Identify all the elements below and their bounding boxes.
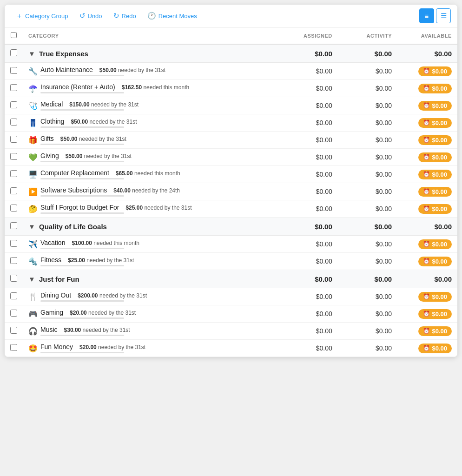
available-badge[interactable]: ⏰ $0.00 [418, 204, 452, 214]
cat-checkbox-0-5[interactable] [10, 153, 17, 160]
cat-activity[interactable]: $0.00 [338, 80, 397, 97]
cat-checkbox-0-4[interactable] [10, 136, 17, 143]
cat-name[interactable]: Insurance (Renter + Auto) [40, 83, 115, 91]
cat-assigned[interactable]: $0.00 [278, 166, 338, 183]
cat-assigned[interactable]: $0.00 [278, 253, 338, 270]
cat-activity[interactable]: $0.00 [338, 200, 397, 218]
available-badge[interactable]: ⏰ $0.00 [418, 344, 452, 353]
cat-checkbox-0-0[interactable] [10, 67, 17, 74]
cat-name[interactable]: Clothing [40, 118, 64, 125]
cat-name[interactable]: Auto Maintenance [40, 66, 93, 73]
cat-assigned[interactable]: $0.00 [278, 288, 338, 305]
cat-activity[interactable]: $0.00 [338, 183, 397, 200]
redo-button[interactable]: ↻ Redo [109, 9, 141, 22]
cat-assigned[interactable]: $0.00 [278, 340, 338, 357]
available-badge[interactable]: ⏰ $0.00 [418, 309, 452, 319]
cat-name[interactable]: Fitness [40, 256, 61, 264]
cat-assigned[interactable]: $0.00 [278, 63, 338, 80]
select-all-checkbox[interactable] [11, 32, 17, 38]
cat-name[interactable]: Dining Out [40, 291, 71, 299]
add-category-group-button[interactable]: ＋ Category Group [11, 9, 73, 23]
cat-activity[interactable]: $0.00 [338, 97, 397, 114]
group-chevron-icon[interactable]: ▼ [28, 223, 35, 231]
available-badge[interactable]: ⏰ $0.00 [418, 257, 452, 266]
list-view-button[interactable]: ☰ [436, 8, 451, 23]
group-activity[interactable]: $0.00 [338, 218, 397, 236]
cat-assigned[interactable]: $0.00 [278, 305, 338, 323]
cat-assigned[interactable]: $0.00 [278, 323, 338, 340]
available-badge[interactable]: ⏰ $0.00 [418, 152, 452, 162]
group-assigned[interactable]: $0.00 [278, 218, 338, 236]
available-badge[interactable]: ⏰ $0.00 [418, 84, 452, 93]
cat-activity[interactable]: $0.00 [338, 132, 397, 149]
available-badge[interactable]: ⏰ $0.00 [418, 118, 452, 128]
cat-assigned[interactable]: $0.00 [278, 80, 338, 97]
cat-checkbox-0-2[interactable] [10, 101, 17, 108]
cat-checkbox-2-2[interactable] [10, 327, 17, 334]
cat-name[interactable]: Fun Money [40, 343, 73, 350]
cat-assigned[interactable]: $0.00 [278, 97, 338, 114]
cat-activity[interactable]: $0.00 [338, 305, 397, 323]
available-badge[interactable]: ⏰ $0.00 [418, 101, 452, 111]
group-available[interactable]: $0.00 [397, 270, 457, 288]
group-chevron-icon[interactable]: ▼ [28, 50, 35, 58]
group-available[interactable]: $0.00 [397, 44, 457, 63]
group-checkbox-2[interactable] [10, 275, 17, 282]
group-activity[interactable]: $0.00 [338, 270, 397, 288]
cat-checkbox-2-1[interactable] [10, 310, 17, 317]
cat-name[interactable]: Giving [40, 152, 59, 159]
available-badge[interactable]: ⏰ $0.00 [418, 135, 452, 145]
cat-checkbox-0-1[interactable] [10, 84, 17, 91]
cat-name[interactable]: Gaming [40, 309, 63, 316]
cat-assigned[interactable]: $0.00 [278, 114, 338, 132]
group-chevron-icon[interactable]: ▼ [28, 275, 35, 283]
group-assigned[interactable]: $0.00 [278, 270, 338, 288]
cat-checkbox-1-0[interactable] [10, 240, 17, 247]
available-badge[interactable]: ⏰ $0.00 [418, 170, 452, 179]
cat-assigned[interactable]: $0.00 [278, 236, 338, 253]
group-activity[interactable]: $0.00 [338, 44, 397, 63]
group-assigned[interactable]: $0.00 [278, 44, 338, 63]
cat-name[interactable]: Vacation [40, 239, 65, 246]
cat-checkbox-0-7[interactable] [10, 187, 17, 194]
available-badge[interactable]: ⏰ $0.00 [418, 187, 452, 197]
cat-name[interactable]: Gifts [40, 135, 54, 142]
cat-activity[interactable]: $0.00 [338, 149, 397, 166]
compact-view-button[interactable]: ≡ [419, 8, 434, 23]
available-badge[interactable]: ⏰ $0.00 [418, 66, 452, 76]
cat-activity[interactable]: $0.00 [338, 288, 397, 305]
cat-name[interactable]: Software Subscriptions [40, 186, 107, 194]
cat-activity[interactable]: $0.00 [338, 253, 397, 270]
redo-icon: ↻ [113, 12, 119, 20]
cat-assigned[interactable]: $0.00 [278, 200, 338, 218]
cat-name[interactable]: Medical [40, 100, 63, 108]
cat-name[interactable]: Computer Replacement [40, 169, 109, 177]
group-available[interactable]: $0.00 [397, 218, 457, 236]
undo-button[interactable]: ↺ Undo [75, 9, 107, 22]
cat-checkbox-2-3[interactable] [10, 344, 17, 351]
cat-checkbox-0-3[interactable] [10, 119, 17, 126]
cat-activity[interactable]: $0.00 [338, 166, 397, 183]
cat-name[interactable]: Music [40, 326, 58, 333]
cat-checkbox-0-6[interactable] [10, 170, 17, 177]
cat-check-col [5, 288, 23, 305]
cat-activity[interactable]: $0.00 [338, 340, 397, 357]
group-checkbox-0[interactable] [10, 49, 17, 56]
cat-checkbox-0-8[interactable] [10, 205, 17, 212]
group-checkbox-1[interactable] [10, 222, 17, 229]
cat-assigned[interactable]: $0.00 [278, 183, 338, 200]
cat-checkbox-1-1[interactable] [10, 257, 17, 264]
cat-name[interactable]: Stuff I Forgot to Budget For [40, 204, 119, 211]
cat-assigned[interactable]: $0.00 [278, 132, 338, 149]
cat-goal-wrap: Insurance (Renter + Auto) $162.50 needed… [40, 83, 189, 93]
cat-checkbox-2-0[interactable] [10, 292, 17, 299]
cat-activity[interactable]: $0.00 [338, 323, 397, 340]
cat-activity[interactable]: $0.00 [338, 63, 397, 80]
available-badge[interactable]: ⏰ $0.00 [418, 326, 452, 336]
cat-assigned[interactable]: $0.00 [278, 149, 338, 166]
cat-activity[interactable]: $0.00 [338, 236, 397, 253]
recent-moves-button[interactable]: 🕐 Recent Moves [143, 9, 202, 22]
cat-activity[interactable]: $0.00 [338, 114, 397, 132]
available-badge[interactable]: ⏰ $0.00 [418, 292, 452, 302]
available-badge[interactable]: ⏰ $0.00 [418, 239, 452, 249]
